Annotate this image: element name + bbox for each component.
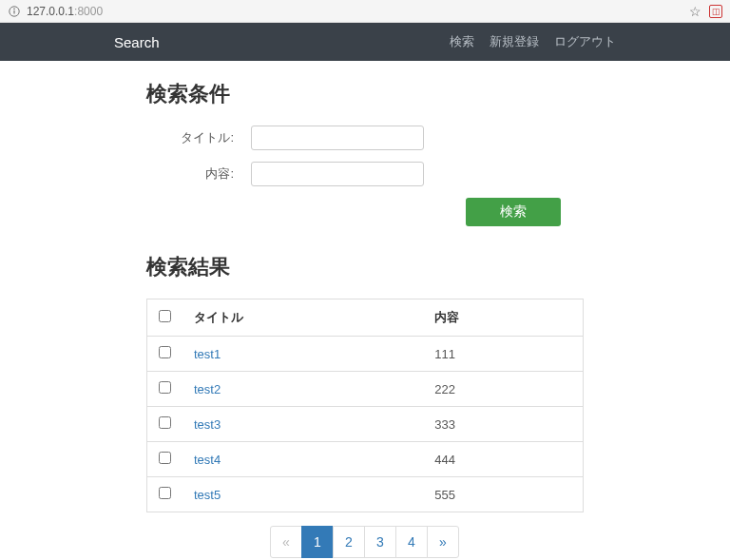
search-conditions-heading: 検索条件 — [146, 80, 584, 108]
extension-icon[interactable]: ◫ — [709, 5, 722, 18]
select-all-checkbox[interactable] — [159, 310, 171, 322]
row-checkbox[interactable] — [159, 452, 171, 464]
button-row: 検索 — [146, 198, 584, 226]
results-heading: 検索結果 — [146, 253, 584, 281]
row-content-cell: 222 — [423, 372, 583, 407]
pagination: « 1234 » — [146, 526, 584, 558]
results-table: タイトル 内容 test1111test2222test3333test4444… — [146, 299, 584, 512]
row-content-cell: 333 — [423, 407, 583, 442]
url-host: 127.0.0.1 — [27, 5, 74, 18]
form-row-title: タイトル: — [146, 126, 584, 150]
info-icon — [8, 5, 21, 18]
content-input[interactable] — [251, 162, 424, 186]
row-title-cell: test4 — [182, 442, 423, 477]
url-port: :8000 — [74, 5, 103, 18]
row-checkbox-cell — [147, 372, 183, 407]
svg-rect-1 — [13, 10, 14, 14]
row-checkbox-cell — [147, 442, 183, 477]
row-content-cell: 555 — [423, 477, 583, 512]
table-row: test3333 — [147, 407, 584, 442]
row-title-cell: test5 — [182, 477, 423, 512]
row-title-link[interactable]: test5 — [194, 488, 221, 502]
row-title-link[interactable]: test4 — [194, 453, 221, 467]
table-row: test1111 — [147, 337, 584, 372]
nav-right: 検索 新規登録 ログアウト — [450, 33, 616, 50]
row-title-link[interactable]: test2 — [194, 382, 221, 396]
table-header-row: タイトル 内容 — [147, 299, 584, 337]
page-3[interactable]: 3 — [364, 526, 396, 558]
row-checkbox[interactable] — [159, 416, 171, 429]
header-title: タイトル — [182, 299, 423, 337]
row-content-cell: 444 — [423, 442, 583, 477]
row-title-cell: test3 — [182, 407, 423, 442]
table-row: test5555 — [147, 477, 584, 512]
nav-link-logout[interactable]: ログアウト — [554, 33, 616, 50]
navbar: Search 検索 新規登録 ログアウト — [0, 23, 730, 61]
row-checkbox[interactable] — [159, 381, 171, 394]
row-title-link[interactable]: test3 — [194, 417, 221, 432]
content-label: 内容: — [146, 165, 251, 183]
header-content: 内容 — [423, 299, 583, 337]
row-content-cell: 111 — [423, 337, 583, 372]
title-label: タイトル: — [146, 129, 251, 146]
page-prev[interactable]: « — [270, 526, 302, 558]
brand-link[interactable]: Search — [114, 34, 160, 50]
row-checkbox[interactable] — [159, 346, 171, 358]
bookmark-star-icon[interactable]: ☆ — [689, 4, 701, 19]
row-title-link[interactable]: test1 — [194, 347, 221, 361]
url-text[interactable]: 127.0.0.1:8000 — [27, 5, 103, 18]
page-4[interactable]: 4 — [395, 526, 428, 558]
row-title-cell: test2 — [182, 372, 423, 407]
page-1[interactable]: 1 — [301, 526, 334, 558]
svg-point-2 — [13, 8, 15, 10]
row-checkbox-cell — [147, 337, 183, 372]
search-button[interactable]: 検索 — [466, 198, 561, 226]
form-row-content: 内容: — [146, 162, 584, 186]
row-title-cell: test1 — [182, 337, 423, 372]
main-container: 検索条件 タイトル: 内容: 検索 検索結果 タイトル 内容 test1111t… — [146, 61, 584, 560]
browser-address-bar: 127.0.0.1:8000 ☆ ◫ — [0, 0, 730, 23]
table-row: test2222 — [147, 372, 584, 407]
row-checkbox-cell — [147, 477, 183, 512]
row-checkbox[interactable] — [159, 487, 171, 499]
nav-link-search[interactable]: 検索 — [450, 33, 474, 50]
page-next[interactable]: » — [427, 526, 459, 558]
row-checkbox-cell — [147, 407, 183, 442]
table-row: test4444 — [147, 442, 584, 477]
header-checkbox-cell — [147, 299, 183, 337]
page-2[interactable]: 2 — [333, 526, 365, 558]
nav-link-register[interactable]: 新規登録 — [490, 33, 539, 50]
title-input[interactable] — [251, 126, 424, 150]
